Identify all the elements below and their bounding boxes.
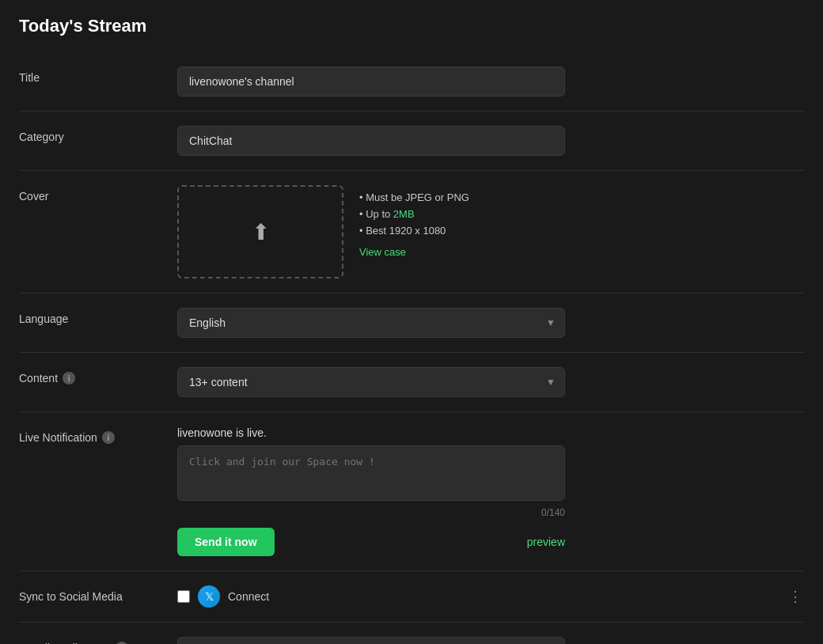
content-label: Content i [19, 367, 177, 385]
content-control: 13+ content 18+ content All ages ▼ [177, 367, 804, 397]
category-label: Category [19, 126, 177, 143]
live-notification-control: livenowone is live. 0/140 Send it now pr… [177, 426, 804, 556]
category-control [177, 126, 804, 156]
language-select[interactable]: English Spanish French German Japanese [177, 308, 565, 338]
cover-size: • Up to 2MB [359, 208, 469, 220]
cover-row: Cover ⬆ • Must be JPEG or PNG • Up to 2M… [19, 171, 804, 294]
sync-social-media-control: 𝕏 Connect ⋮ [177, 585, 804, 608]
cover-upload-box[interactable]: ⬆ [177, 185, 343, 278]
title-input[interactable] [177, 66, 565, 97]
category-row: Category [19, 112, 804, 171]
content-info-icon[interactable]: i [63, 372, 75, 385]
twitter-icon: 𝕏 [198, 585, 220, 608]
sync-social-media-label: Sync to Social Media [19, 585, 177, 603]
language-select-wrapper: English Spanish French German Japanese ▼ [177, 308, 565, 338]
vibetag-select-wrapper: Select a VibeTag (optional) ▼ [177, 637, 565, 644]
sync-checkbox[interactable] [177, 590, 190, 603]
upload-icon: ⬆ [252, 219, 270, 245]
notification-actions: Send it now preview [177, 528, 565, 556]
vibetag-select[interactable]: Select a VibeTag (optional) [177, 637, 565, 644]
vibetag-label: Trending VibeTags i [19, 637, 177, 644]
social-media-row: 𝕏 Connect ⋮ [177, 585, 804, 608]
notification-area: livenowone is live. 0/140 Send it now pr… [177, 426, 565, 556]
cover-info: • Must be JPEG or PNG • Up to 2MB • Best… [359, 185, 469, 258]
more-options-button[interactable]: ⋮ [788, 588, 804, 605]
sync-social-media-row: Sync to Social Media 𝕏 Connect ⋮ [19, 571, 804, 623]
live-notification-info-icon[interactable]: i [102, 431, 115, 444]
language-label: Language [19, 308, 177, 325]
language-row: Language English Spanish French German J… [19, 294, 804, 353]
page-title: Today's Stream [19, 16, 804, 36]
language-control: English Spanish French German Japanese ▼ [177, 308, 804, 338]
content-select-wrapper: 13+ content 18+ content All ages ▼ [177, 367, 565, 397]
char-count: 0/140 [177, 507, 565, 518]
notification-textarea[interactable] [177, 445, 565, 501]
live-notification-row: Live Notification i livenowone is live. … [19, 412, 804, 571]
cover-resolution: • Best 1920 x 1080 [359, 225, 469, 237]
cover-format: • Must be JPEG or PNG [359, 191, 469, 203]
vibetag-control: Select a VibeTag (optional) ▼ [177, 637, 804, 644]
page-container: Today's Stream Title Category Cover ⬆ [0, 0, 823, 644]
cover-label: Cover [19, 185, 177, 203]
preview-link[interactable]: preview [527, 536, 565, 548]
category-input[interactable] [177, 126, 565, 156]
title-row: Title [19, 52, 804, 112]
connect-label: Connect [228, 590, 269, 603]
title-label: Title [19, 66, 177, 84]
title-control [177, 66, 804, 97]
send-now-button[interactable]: Send it now [177, 528, 275, 556]
view-case-link[interactable]: View case [359, 246, 469, 258]
content-row: Content i 13+ content 18+ content All ag… [19, 353, 804, 412]
vibetag-row: Trending VibeTags i Select a VibeTag (op… [19, 623, 804, 644]
cover-control: ⬆ • Must be JPEG or PNG • Up to 2MB • Be… [177, 185, 804, 278]
content-select[interactable]: 13+ content 18+ content All ages [177, 367, 565, 397]
live-notification-label: Live Notification i [19, 426, 177, 444]
notification-header: livenowone is live. [177, 426, 565, 439]
cover-area: ⬆ • Must be JPEG or PNG • Up to 2MB • Be… [177, 185, 804, 278]
